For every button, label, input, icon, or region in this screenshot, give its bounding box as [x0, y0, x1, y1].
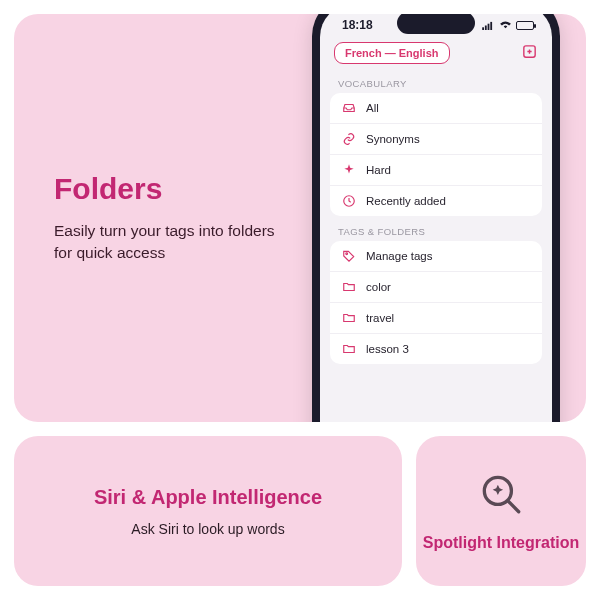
link-icon — [342, 132, 356, 146]
list-item[interactable]: color — [330, 272, 542, 303]
list-item-label: Hard — [366, 164, 391, 176]
tag-icon — [342, 249, 356, 263]
list-item[interactable]: lesson 3 — [330, 334, 542, 364]
siri-title: Siri & Apple Intelligence — [94, 486, 322, 509]
folders-feature-card: Folders Easily turn your tags into folde… — [14, 14, 586, 422]
language-pair-selector[interactable]: French — English — [334, 42, 450, 64]
tags-section-label: TAGS & FOLDERS — [320, 216, 552, 241]
folder-icon — [342, 311, 356, 325]
svg-rect-1 — [485, 25, 487, 30]
list-item[interactable]: Recently added — [330, 186, 542, 216]
tags-list: Manage tags color travel lesson 3 — [330, 241, 542, 364]
battery-icon — [516, 21, 534, 30]
list-item[interactable]: Synonyms — [330, 124, 542, 155]
folders-subtitle: Easily turn your tags into folders for q… — [54, 220, 284, 263]
folder-icon — [342, 342, 356, 356]
magnifier-sparkle-icon — [476, 469, 526, 523]
list-item[interactable]: travel — [330, 303, 542, 334]
list-item-label: color — [366, 281, 391, 293]
spotlight-title: Spotlight Integration — [423, 533, 579, 553]
vocabulary-list: All Synonyms Hard Recently added — [330, 93, 542, 216]
inbox-icon — [342, 101, 356, 115]
svg-point-8 — [346, 253, 348, 255]
list-item-label: Manage tags — [366, 250, 433, 262]
siri-subtitle: Ask Siri to look up words — [131, 521, 284, 537]
phone-screen: 18:18 French — English VOCABULARY All — [320, 14, 552, 422]
svg-rect-0 — [482, 27, 484, 30]
phone-notch — [397, 14, 475, 34]
list-item-label: All — [366, 102, 379, 114]
list-item[interactable]: All — [330, 93, 542, 124]
signal-icon — [482, 21, 495, 30]
list-item[interactable]: Manage tags — [330, 241, 542, 272]
bottom-row: Siri & Apple Intelligence Ask Siri to lo… — [14, 436, 586, 586]
siri-feature-card: Siri & Apple Intelligence Ask Siri to lo… — [14, 436, 402, 586]
language-pair-row: French — English — [320, 36, 552, 68]
svg-line-10 — [508, 501, 518, 511]
clock-icon — [342, 194, 356, 208]
sparkle-icon — [342, 163, 356, 177]
list-item-label: Recently added — [366, 195, 446, 207]
svg-rect-2 — [488, 23, 490, 29]
wifi-icon — [499, 21, 512, 30]
folders-text-block: Folders Easily turn your tags into folde… — [54, 172, 284, 263]
folder-icon — [342, 280, 356, 294]
list-item-label: Synonyms — [366, 133, 420, 145]
spotlight-feature-card: Spotlight Integration — [416, 436, 586, 586]
svg-rect-3 — [490, 21, 492, 29]
status-time: 18:18 — [342, 18, 373, 32]
list-item-label: travel — [366, 312, 394, 324]
phone-mockup: 18:18 French — English VOCABULARY All — [312, 14, 560, 422]
list-item[interactable]: Hard — [330, 155, 542, 186]
vocabulary-section-label: VOCABULARY — [320, 68, 552, 93]
status-icons — [482, 21, 534, 30]
list-item-label: lesson 3 — [366, 343, 409, 355]
add-button[interactable] — [521, 43, 538, 64]
folders-title: Folders — [54, 172, 284, 206]
